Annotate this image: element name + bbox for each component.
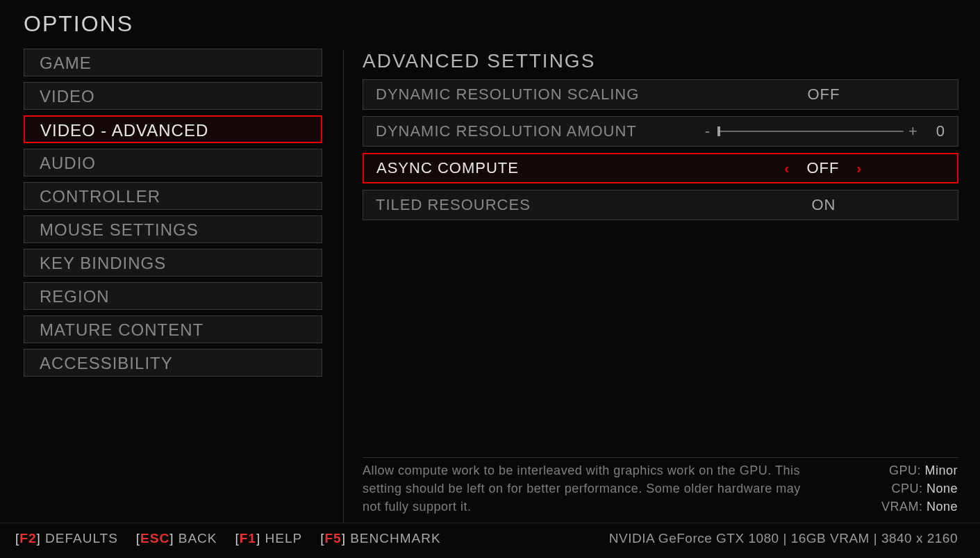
sidebar-item-mature-content[interactable]: MATURE CONTENT [24, 315, 322, 343]
impact-vram-label: VRAM: [881, 500, 923, 514]
description-divider [363, 457, 958, 458]
hint-help-label: HELP [265, 531, 303, 545]
impact-panel: GPU: Minor CPU: None VRAM: None [881, 461, 958, 516]
hint-defaults-label: DEFAULTS [45, 531, 118, 545]
sidebar-item-mouse-settings[interactable]: MOUSE SETTINGS [24, 215, 322, 243]
hint-back[interactable]: [ESC] BACK [136, 531, 217, 546]
slider-thumb[interactable] [717, 126, 720, 136]
slider-track[interactable] [717, 131, 904, 132]
impact-gpu-label: GPU: [889, 463, 921, 477]
setting-label: ASYNC COMPUTE [376, 159, 701, 177]
setting-value: ON [796, 196, 852, 214]
footer-bar: [F2] DEFAULTS [ESC] BACK [F1] HELP [F5] … [15, 531, 958, 546]
setting-value: OFF [795, 159, 851, 177]
page-title: OPTIONS [24, 11, 133, 37]
impact-cpu: CPU: None [881, 479, 958, 498]
hardware-info: NVIDIA GeForce GTX 1080 | 16GB VRAM | 38… [609, 531, 958, 546]
slider-value: 0 [926, 122, 945, 140]
key-f2: F2 [19, 531, 36, 545]
footer-divider [0, 523, 980, 523]
hint-benchmark[interactable]: [F5] BENCHMARK [320, 531, 440, 546]
settings-panel: ADVANCED SETTINGS DYNAMIC RESOLUTION SCA… [363, 50, 958, 227]
impact-vram-value: None [927, 500, 958, 514]
impact-vram: VRAM: None [881, 498, 958, 516]
sidebar: GAME VIDEO VIDEO - ADVANCED AUDIO CONTRO… [24, 49, 322, 382]
impact-cpu-value: None [927, 482, 958, 495]
setting-description: Allow compute work to be interleaved wit… [363, 461, 807, 516]
sidebar-item-video-advanced[interactable]: VIDEO - ADVANCED [24, 115, 322, 143]
setting-label: DYNAMIC RESOLUTION SCALING [376, 85, 702, 104]
sidebar-item-region[interactable]: REGION [24, 282, 322, 310]
sidebar-item-game[interactable]: GAME [24, 49, 322, 76]
sidebar-item-video[interactable]: VIDEO [24, 82, 322, 110]
slider[interactable]: - + 0 [702, 122, 945, 140]
setting-label: DYNAMIC RESOLUTION AMOUNT [376, 122, 702, 140]
setting-dynamic-resolution-scaling[interactable]: DYNAMIC RESOLUTION SCALING ‹ OFF › [363, 79, 958, 110]
hint-benchmark-label: BENCHMARK [350, 531, 440, 545]
setting-label: TILED RESOURCES [376, 196, 702, 214]
sidebar-item-audio[interactable]: AUDIO [24, 149, 322, 177]
sidebar-item-accessibility[interactable]: ACCESSIBILITY [24, 349, 322, 377]
key-f5: F5 [324, 531, 341, 545]
hint-help[interactable]: [F1] HELP [235, 531, 302, 546]
key-esc: ESC [140, 531, 169, 545]
setting-tiled-resources[interactable]: TILED RESOURCES ‹ ON › [363, 190, 958, 220]
impact-cpu-label: CPU: [891, 482, 922, 495]
key-f1: F1 [240, 531, 256, 545]
setting-async-compute[interactable]: ASYNC COMPUTE ‹ OFF › [363, 153, 958, 183]
setting-dynamic-resolution-amount[interactable]: DYNAMIC RESOLUTION AMOUNT - + 0 [363, 116, 958, 147]
hint-back-label: BACK [178, 531, 217, 545]
slider-plus[interactable]: + [908, 122, 919, 140]
chevron-right-icon[interactable]: › [851, 161, 867, 177]
impact-gpu: GPU: Minor [881, 461, 958, 479]
panel-title: ADVANCED SETTINGS [363, 50, 958, 72]
slider-minus[interactable]: - [702, 122, 713, 140]
sidebar-item-controller[interactable]: CONTROLLER [24, 182, 322, 210]
sidebar-item-key-bindings[interactable]: KEY BINDINGS [24, 249, 322, 277]
impact-gpu-value: Minor [924, 463, 958, 477]
setting-value: OFF [796, 85, 852, 104]
hint-defaults[interactable]: [F2] DEFAULTS [15, 531, 118, 546]
vertical-divider [343, 50, 344, 523]
chevron-left-icon[interactable]: ‹ [779, 161, 795, 177]
